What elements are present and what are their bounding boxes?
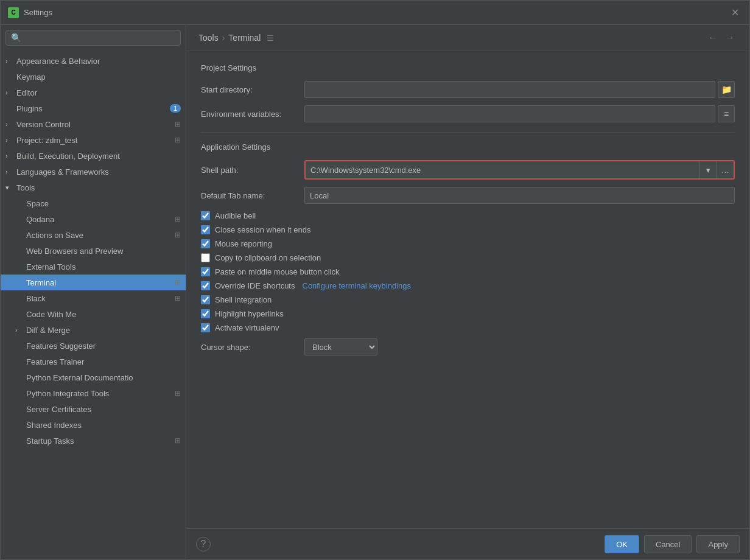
sidebar-label-qodana: Qodana	[26, 215, 54, 224]
back-arrow[interactable]: ←	[706, 31, 720, 44]
expand-arrow-editor: ›	[5, 89, 14, 96]
configure-terminal-keybindings-link[interactable]: Configure terminal keybindings	[303, 281, 411, 290]
checkbox-row-override-ide: Override IDE shortcutsConfigure terminal…	[201, 281, 735, 290]
sidebar-item-server-certificates[interactable]: Server Certificates	[1, 401, 186, 417]
sidebar-item-external-tools[interactable]: External Tools	[1, 259, 186, 275]
close-button[interactable]: ✕	[727, 5, 742, 20]
sidebar-item-project[interactable]: ›Project: zdm_test⊞	[1, 132, 186, 148]
checkbox-label-activate-virtualenv: Activate virtualenv	[215, 323, 279, 332]
search-input[interactable]	[25, 33, 175, 43]
search-icon: 🔍	[11, 33, 21, 43]
sidebar-item-keymap[interactable]: Keymap	[1, 69, 186, 85]
expand-arrow-project: ›	[5, 136, 14, 144]
start-directory-browse-btn[interactable]: 📁	[718, 81, 735, 98]
sidebar-item-diff-merge[interactable]: ›Diff & Merge	[1, 322, 186, 338]
sidebar-item-languages[interactable]: ›Languages & Frameworks	[1, 164, 186, 180]
expand-arrow-version-control: ›	[5, 121, 14, 128]
sidebar-label-black: Black	[26, 294, 46, 303]
breadcrumb-menu-icon[interactable]: ☰	[267, 33, 274, 43]
expand-arrow-appearance: ›	[5, 57, 14, 65]
checkbox-label-close-session: Close session when it ends	[215, 225, 311, 234]
sidebar-icon-terminal: ⊞	[175, 278, 181, 287]
sidebar-item-black[interactable]: Black⊞	[1, 290, 186, 306]
sidebar-label-features-trainer: Features Trainer	[26, 357, 84, 366]
checkbox-row-copy-clipboard: Copy to clipboard on selection	[201, 253, 735, 262]
sidebar-item-features-suggester[interactable]: Features Suggester	[1, 338, 186, 354]
checkbox-row-highlight-hyperlinks: Highlight hyperlinks	[201, 309, 735, 318]
checkbox-highlight-hyperlinks[interactable]	[201, 309, 210, 318]
sidebar-item-shared-indexes[interactable]: Shared Indexes	[1, 417, 186, 433]
checkbox-label-override-ide: Override IDE shortcuts	[215, 281, 295, 290]
sidebar-label-plugins: Plugins	[16, 104, 43, 113]
checkbox-label-mouse-reporting: Mouse reporting	[215, 239, 272, 248]
sidebar-item-plugins[interactable]: Plugins1	[1, 100, 186, 116]
forward-arrow[interactable]: →	[723, 31, 737, 44]
cursor-shape-label: Cursor shape:	[201, 343, 304, 352]
cancel-button[interactable]: Cancel	[644, 535, 692, 553]
sidebar-item-python-integrated-tools[interactable]: Python Integrated Tools⊞	[1, 385, 186, 401]
checkbox-mouse-reporting[interactable]	[201, 239, 210, 248]
sidebar-item-version-control[interactable]: ›Version Control⊞	[1, 116, 186, 132]
sidebar-list: ›Appearance & Behavior Keymap›Editor Plu…	[1, 51, 186, 559]
sidebar-item-editor[interactable]: ›Editor	[1, 85, 186, 100]
search-box: 🔍	[5, 30, 181, 46]
start-directory-input[interactable]	[304, 81, 715, 98]
sidebar-icon-black: ⊞	[175, 294, 181, 303]
start-directory-input-group: 📁	[304, 81, 735, 98]
apply-button[interactable]: Apply	[696, 535, 740, 553]
shell-path-dropdown-btn[interactable]: ▾	[699, 161, 717, 178]
sidebar-label-keymap: Keymap	[16, 72, 46, 82]
shell-path-input[interactable]	[306, 161, 699, 178]
default-tab-name-input[interactable]	[304, 187, 735, 204]
checkbox-copy-clipboard[interactable]	[201, 253, 210, 262]
sidebar-label-build: Build, Execution, Deployment	[16, 152, 120, 161]
window-title: Settings	[24, 8, 52, 17]
sidebar-item-actions-on-save[interactable]: Actions on Save⊞	[1, 227, 186, 243]
sidebar-item-startup-tasks[interactable]: Startup Tasks⊞	[1, 433, 186, 449]
checkbox-row-audible-bell: Audible bell	[201, 211, 735, 220]
checkbox-shell-integration[interactable]	[201, 295, 210, 304]
help-button[interactable]: ?	[196, 537, 211, 551]
sidebar: 🔍 ›Appearance & Behavior Keymap›Editor P…	[1, 25, 186, 559]
sidebar-item-code-with-me[interactable]: Code With Me	[1, 306, 186, 322]
sidebar-label-space: Space	[26, 199, 49, 208]
checkbox-row-mouse-reporting: Mouse reporting	[201, 239, 735, 248]
sidebar-item-space[interactable]: Space	[1, 195, 186, 211]
sidebar-label-startup-tasks: Startup Tasks	[26, 436, 74, 446]
checkbox-override-ide[interactable]	[201, 281, 210, 290]
checkbox-label-audible-bell: Audible bell	[215, 211, 256, 220]
sidebar-item-features-trainer[interactable]: Features Trainer	[1, 354, 186, 369]
env-vars-browse-btn[interactable]: ≡	[718, 105, 735, 122]
sidebar-item-build[interactable]: ›Build, Execution, Deployment	[1, 148, 186, 164]
environment-variables-row: Environment variables: ≡	[201, 105, 735, 122]
checkbox-activate-virtualenv[interactable]	[201, 323, 210, 332]
ok-button[interactable]: OK	[605, 535, 639, 553]
sidebar-item-python-ext-doc[interactable]: Python External Documentatio	[1, 369, 186, 385]
sidebar-label-diff-merge: Diff & Merge	[26, 326, 70, 335]
sidebar-label-terminal: Terminal	[26, 278, 56, 287]
start-directory-row: Start directory: 📁	[201, 81, 735, 98]
checkbox-close-session[interactable]	[201, 225, 210, 234]
env-vars-input-group: ≡	[304, 105, 735, 122]
environment-variables-input[interactable]	[304, 105, 715, 122]
sidebar-item-tools[interactable]: ▾Tools	[1, 180, 186, 195]
sidebar-icon-version-control: ⊞	[175, 120, 181, 128]
sidebar-item-terminal[interactable]: Terminal⊞	[1, 275, 186, 290]
sidebar-label-python-ext-doc: Python External Documentatio	[26, 373, 133, 382]
shell-path-browse-btn[interactable]: …	[717, 161, 734, 178]
sidebar-item-web-browsers[interactable]: Web Browsers and Preview	[1, 243, 186, 259]
expand-arrow-tools: ▾	[5, 184, 14, 192]
cursor-shape-select[interactable]: BlockUnderlineBeam	[304, 338, 377, 355]
checkbox-audible-bell[interactable]	[201, 211, 210, 220]
sidebar-icon-qodana: ⊞	[175, 215, 181, 223]
breadcrumb-tools[interactable]: Tools	[198, 33, 219, 43]
checkbox-paste-middle[interactable]	[201, 267, 210, 276]
breadcrumb-bar: Tools › Terminal ☰ ← →	[186, 25, 749, 51]
cursor-shape-row: Cursor shape: BlockUnderlineBeam	[201, 338, 735, 355]
nav-arrows: ← →	[706, 31, 737, 44]
breadcrumb-terminal[interactable]: Terminal	[228, 33, 261, 43]
sidebar-item-qodana[interactable]: Qodana⊞	[1, 211, 186, 227]
checkbox-row-close-session: Close session when it ends	[201, 225, 735, 234]
sidebar-item-appearance[interactable]: ›Appearance & Behavior	[1, 53, 186, 69]
project-settings-title: Project Settings	[201, 63, 735, 72]
